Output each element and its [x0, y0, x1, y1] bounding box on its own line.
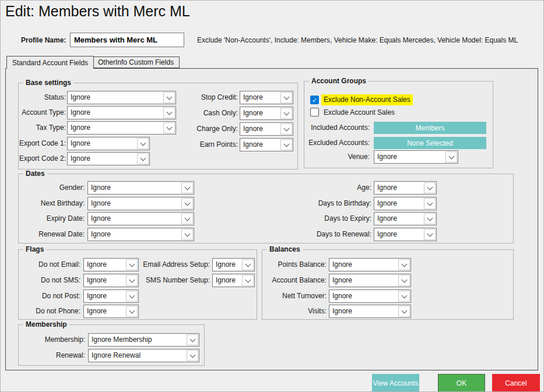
- chevron-down-icon[interactable]: [126, 275, 138, 286]
- included-accounts-button[interactable]: Members: [374, 122, 486, 134]
- dropdown-value: Ignore: [68, 91, 163, 104]
- dropdown-value: Ignore: [88, 228, 181, 241]
- field-label: Account Type:: [19, 106, 66, 119]
- chevron-down-icon[interactable]: [163, 107, 175, 118]
- ok-button[interactable]: OK: [438, 374, 485, 392]
- field-label: Renewal Date:: [19, 228, 85, 241]
- cancel-button[interactable]: Cancel: [492, 374, 540, 392]
- field-label: Membership:: [22, 333, 85, 347]
- chevron-down-icon[interactable]: [424, 198, 436, 209]
- field-label: Points Balance:: [262, 258, 327, 271]
- chevron-down-icon[interactable]: [181, 229, 193, 240]
- chevron-down-icon[interactable]: [126, 259, 138, 270]
- dropdown-value: Ignore: [84, 274, 125, 287]
- renewal-date-dropdown[interactable]: Ignore: [87, 228, 194, 241]
- field-label: Age:: [299, 181, 371, 195]
- field-label: Do not SMS:: [19, 274, 80, 287]
- status-dropdown[interactable]: Ignore: [67, 91, 176, 104]
- page-title: Edit: Members with Merc ML: [5, 3, 190, 20]
- field-label: Days to Expiry:: [299, 212, 371, 225]
- chevron-down-icon[interactable]: [398, 275, 410, 286]
- chevron-down-icon[interactable]: [163, 92, 175, 103]
- chevron-down-icon[interactable]: [398, 306, 410, 317]
- chevron-down-icon[interactable]: [242, 259, 254, 270]
- tab-standard-account-fields[interactable]: Standard Account Fields: [6, 56, 94, 69]
- field-label: Days to Renewal:: [299, 228, 371, 241]
- email-address-setup-dropdown[interactable]: Ignore: [212, 258, 255, 271]
- charge-only-dropdown[interactable]: Ignore: [240, 122, 293, 136]
- chevron-down-icon[interactable]: [398, 259, 410, 270]
- chevron-down-icon[interactable]: [424, 182, 436, 193]
- chevron-down-icon[interactable]: [137, 138, 149, 149]
- chevron-down-icon[interactable]: [424, 213, 436, 224]
- group-title: Base settings: [23, 79, 73, 87]
- dropdown-value: Ignore: [88, 182, 181, 194]
- days-to-expiry-dropdown[interactable]: Ignore: [374, 212, 437, 225]
- field-label: Visits:: [262, 305, 327, 318]
- renewal-dropdown[interactable]: Ignore Renewal: [88, 349, 199, 362]
- do-not-phone-dropdown[interactable]: Ignore: [83, 305, 139, 318]
- exclude-account-sales-checkbox[interactable]: [310, 108, 319, 116]
- tax-type-dropdown[interactable]: Ignore: [67, 121, 176, 135]
- field-label: Account Balance:: [262, 274, 327, 287]
- chevron-down-icon[interactable]: [280, 139, 292, 150]
- chevron-down-icon[interactable]: [187, 334, 198, 345]
- account-balance-dropdown[interactable]: Ignore: [329, 274, 411, 287]
- do-not-sms-dropdown[interactable]: Ignore: [83, 274, 139, 287]
- field-label: Cash Only:: [174, 107, 238, 120]
- excluded-accounts-button[interactable]: None Selected: [374, 137, 486, 149]
- account-type-dropdown[interactable]: Ignore: [67, 106, 176, 119]
- chevron-down-icon[interactable]: [280, 123, 292, 135]
- chevron-down-icon[interactable]: [181, 182, 193, 193]
- tab-otherinfo-custom-fields[interactable]: OtherInfo Custom Fields: [92, 56, 180, 68]
- view-accounts-button[interactable]: View Accounts: [372, 374, 419, 392]
- next-birthday-dropdown[interactable]: Ignore: [87, 197, 194, 210]
- export-code-1-dropdown[interactable]: Ignore: [67, 137, 150, 150]
- chevron-down-icon[interactable]: [126, 306, 138, 317]
- stop-credit-dropdown[interactable]: Ignore: [240, 91, 293, 104]
- nett-turnover-dropdown[interactable]: Ignore: [329, 289, 411, 303]
- dropdown-value: Ignore: [68, 107, 163, 119]
- dropdown-value: Ignore: [240, 123, 280, 135]
- dropdown-value: Ignore: [240, 139, 280, 151]
- chevron-down-icon[interactable]: [126, 291, 138, 302]
- dropdown-value: Ignore: [329, 305, 398, 317]
- dropdown-value: Ignore Renewal: [89, 349, 186, 362]
- gender-dropdown[interactable]: Ignore: [87, 181, 194, 195]
- dropdown-value: Ignore: [329, 274, 398, 287]
- days-to-renewal-dropdown[interactable]: Ignore: [374, 228, 437, 241]
- checkbox-label: Exclude Non-Account Sales: [321, 94, 413, 105]
- chevron-down-icon[interactable]: [280, 108, 292, 119]
- sms-number-setup-dropdown[interactable]: Ignore: [212, 274, 255, 287]
- chevron-down-icon[interactable]: [163, 122, 175, 133]
- chevron-down-icon[interactable]: [137, 153, 149, 164]
- export-code-2-dropdown[interactable]: Ignore: [67, 152, 150, 165]
- venue-dropdown[interactable]: Ignore: [374, 150, 458, 164]
- do-not-post-dropdown[interactable]: Ignore: [83, 289, 139, 303]
- exclude-non-account-sales-checkbox[interactable]: ✓: [310, 96, 319, 104]
- chevron-down-icon[interactable]: [181, 198, 193, 209]
- field-label: Stop Credit:: [174, 91, 238, 104]
- membership-dropdown[interactable]: Ignore Membership: [88, 333, 199, 347]
- dropdown-value: Ignore: [374, 228, 423, 241]
- chevron-down-icon[interactable]: [187, 350, 198, 361]
- days-to-birthday-dropdown[interactable]: Ignore: [374, 197, 437, 210]
- age-dropdown[interactable]: Ignore: [374, 181, 437, 195]
- earn-points-dropdown[interactable]: Ignore: [240, 138, 293, 151]
- visits-dropdown[interactable]: Ignore: [329, 305, 411, 318]
- dropdown-value: Ignore: [68, 153, 136, 165]
- chevron-down-icon[interactable]: [280, 92, 292, 103]
- profile-name-input[interactable]: [70, 33, 184, 47]
- field-label: Earn Points:: [174, 138, 238, 151]
- chevron-down-icon[interactable]: [398, 291, 410, 302]
- chevron-down-icon[interactable]: [424, 229, 436, 240]
- points-balance-dropdown[interactable]: Ignore: [329, 258, 411, 271]
- expiry-date-dropdown[interactable]: Ignore: [87, 212, 194, 225]
- dropdown-value: Ignore: [68, 122, 163, 134]
- do-not-email-dropdown[interactable]: Ignore: [83, 258, 139, 271]
- chevron-down-icon[interactable]: [181, 213, 193, 224]
- field-label: Do not Post:: [19, 289, 80, 303]
- cash-only-dropdown[interactable]: Ignore: [240, 107, 293, 120]
- chevron-down-icon[interactable]: [445, 151, 457, 163]
- chevron-down-icon[interactable]: [242, 275, 254, 286]
